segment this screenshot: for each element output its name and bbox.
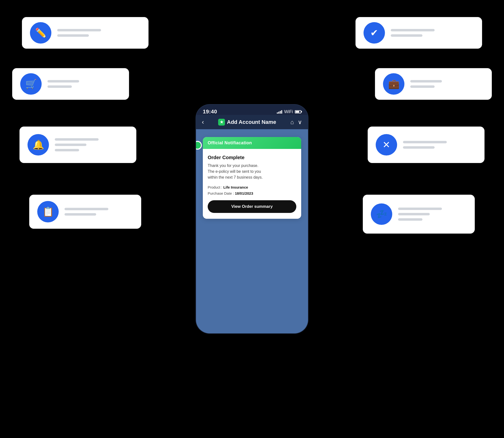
header-title-text: Add Account Name [227,119,276,125]
date-value: 18/01/2023 [235,191,253,195]
bell-icon: 🔔 [28,134,49,155]
card-line [55,143,86,146]
check-icon: ✔ [364,22,385,44]
sleep-icon: 💤 [371,203,392,225]
card-line [57,34,89,37]
card-line [391,34,422,37]
header-actions: ⌂ ∨ [290,119,302,126]
brand-star-icon: ★ [218,119,225,126]
notification-title: Order Complete [208,155,296,160]
card-line [410,80,442,82]
product-label: Product : [208,185,222,189]
card-bell-left: 🔔 [20,127,136,163]
card-line [398,208,442,210]
product-detail: Product : Life Insurance [208,185,296,189]
date-label: Purchase Date : [208,191,234,195]
card-line [403,146,435,149]
chevron-down-icon[interactable]: ∨ [298,119,302,126]
notification-description: Thank you for your purchase.The e-policy… [208,163,296,180]
wifi-icon: WiFi [284,109,293,114]
card-line [398,213,430,215]
card-line [403,141,447,143]
card-top-right: ✔ [356,17,482,49]
card-line [55,149,79,151]
card-line [391,29,435,31]
app-header: ‹ ★ Add Account Name ⌂ ∨ [196,115,308,129]
status-bar: 19:40 WiFi [196,105,308,115]
cart-icon: 🛒 [20,73,42,95]
status-time: 19:40 [203,109,217,115]
card-receipt-right: ✕ [368,127,484,163]
status-icons: WiFi [277,109,301,114]
card-line [47,85,72,88]
view-order-button[interactable]: View Order summary [208,200,296,213]
phone-screen: 19:40 WiFi ‹ ★ Add Account Name [196,105,308,333]
product-value: Life Insurance [223,185,248,189]
notification-header: Official Notifiacation [203,137,301,149]
card-line [398,218,422,221]
notification-badge: Official Notifiacation [208,140,252,145]
date-detail: Purchase Date : 18/01/2023 [208,191,296,195]
card-top-left: ✏️ [22,17,148,49]
card-line [65,213,96,216]
home-icon[interactable]: ⌂ [290,119,294,126]
online-indicator [196,141,202,150]
card-line [410,85,435,88]
header-title: ★ Add Account Name [218,119,276,126]
back-button[interactable]: ‹ [202,118,204,126]
card-line [57,29,101,31]
edit-icon: ✏️ [30,22,51,44]
card-line [65,208,108,210]
briefcase-icon: 💼 [383,73,404,95]
phone-device: 19:40 WiFi ‹ ★ Add Account Name [196,105,308,333]
notification-card: Official Notifiacation Order Complete Th… [203,137,301,219]
receipt-icon: ✕ [376,134,397,155]
signal-icon [277,110,282,114]
clipboard-icon: 📋 [37,201,59,222]
chat-content: Official Notifiacation Order Complete Th… [196,129,308,333]
card-mid-right: 💼 [375,68,492,100]
card-mid-left: 🛒 [12,68,129,100]
notification-body: Order Complete Thank you for your purcha… [203,149,301,219]
card-line [55,138,99,141]
battery-icon [295,110,301,113]
card-line [47,80,79,82]
card-sleep-right: 💤 [363,195,475,234]
card-clipboard-left: 📋 [29,195,141,229]
